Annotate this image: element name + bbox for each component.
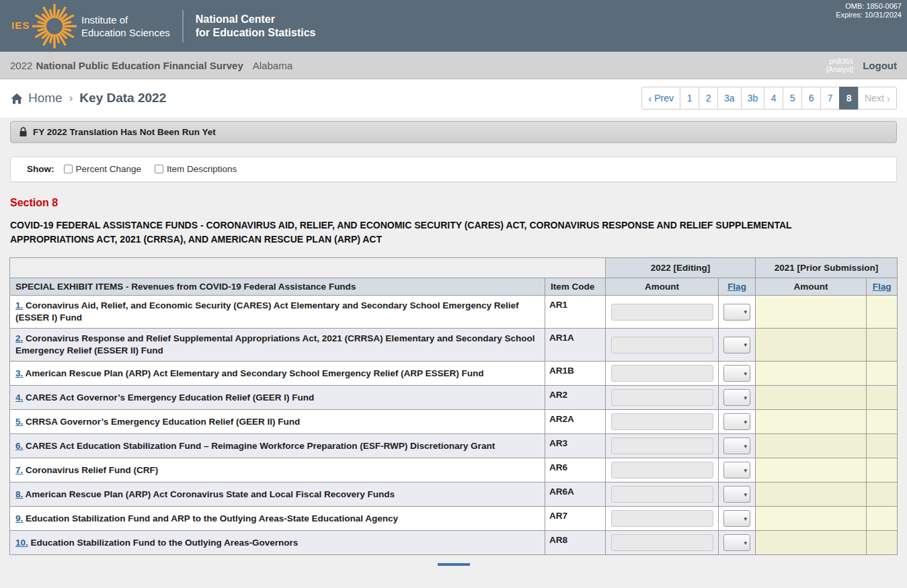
translation-alert: FY 2022 Translation Has Not Been Run Yet — [10, 121, 897, 143]
flag-select-2022[interactable] — [723, 534, 750, 551]
item-number-link[interactable]: 6. — [15, 441, 23, 451]
flag-2022-cell: ▾ — [719, 410, 756, 434]
item-label: CARES Act Governor’s Emergency Education… — [23, 392, 314, 403]
item-code: AR8 — [545, 531, 606, 555]
omb-info: OMB: 1850-0067 Expires: 10/31/2024 — [836, 2, 902, 19]
user-info: phill365 [Analyst] — [826, 57, 853, 73]
table-row: 7. Coronavirus Relief Fund (CRF)AR6▾ — [10, 458, 898, 482]
page-button-7[interactable]: 7 — [820, 87, 840, 110]
page-button-3a[interactable]: 3a — [717, 87, 742, 110]
item-code: AR6A — [545, 482, 606, 507]
flag-select-2022[interactable] — [723, 437, 750, 454]
item-label: Education Stabilization Fund to the Outl… — [28, 538, 299, 548]
flag-select-2022[interactable] — [723, 486, 750, 503]
flag-link-2021[interactable]: Flag — [873, 282, 892, 292]
item-cell: 7. Coronavirus Relief Fund (CRF) — [10, 458, 545, 482]
amount-input-2022[interactable] — [611, 510, 713, 527]
col-header-flag-2022: Flag — [719, 278, 756, 296]
item-number-link[interactable]: 2. — [15, 333, 23, 343]
survey-title: National Public Education Financial Surv… — [36, 60, 243, 71]
table-row: 2. Coronavirus Response and Relief Suppl… — [10, 329, 898, 362]
amount-2021-cell — [756, 434, 867, 458]
group-header-row: 2022 [Editing] 2021 [Prior Submission] — [10, 258, 898, 278]
chevron-left-icon: ‹ — [648, 93, 652, 104]
amount-2022-cell — [606, 531, 719, 555]
breadcrumb-home-link[interactable]: Home — [28, 91, 63, 106]
amount-2021-cell — [756, 386, 867, 410]
flag-2022-cell: ▾ — [719, 531, 756, 555]
amount-input-2022[interactable] — [611, 413, 713, 430]
flag-select-2022[interactable] — [723, 304, 750, 321]
flag-select-2022[interactable] — [723, 510, 750, 527]
institute-name-line1: Institute of — [81, 13, 170, 26]
amount-input-2022[interactable] — [611, 337, 713, 353]
flag-select-wrap: ▾ — [723, 486, 750, 503]
next-label: Next — [865, 93, 884, 103]
amount-input-2022[interactable] — [611, 365, 713, 382]
flag-select-2022[interactable] — [723, 365, 750, 382]
page-button-3b[interactable]: 3b — [741, 87, 765, 110]
item-label: CARES Act Education Stabilization Fund –… — [23, 441, 495, 451]
amount-input-2022[interactable] — [611, 389, 713, 406]
amount-input-2022[interactable] — [611, 462, 713, 478]
table-row: 3. American Rescue Plan (ARP) Act Elemen… — [10, 362, 898, 386]
table-row: 9. Education Stabilization Fund and ARP … — [10, 507, 898, 531]
flag-select-2022[interactable] — [723, 462, 750, 478]
group-header-2022: 2022 [Editing] — [606, 258, 756, 278]
item-label: American Rescue Plan (ARP) Act Coronavir… — [23, 489, 395, 499]
flag-select-wrap: ▾ — [723, 304, 750, 321]
item-number-link[interactable]: 5. — [15, 417, 23, 427]
amount-2022-cell — [606, 386, 719, 410]
item-number-link[interactable]: 1. — [15, 300, 23, 310]
prev-button[interactable]: ‹Prev — [641, 87, 680, 110]
item-code: AR6 — [545, 458, 606, 482]
flag-link-2022[interactable]: Flag — [727, 282, 746, 292]
flag-select-wrap: ▾ — [723, 534, 750, 551]
item-cell: 1. Coronavirus Aid, Relief, and Economic… — [10, 296, 545, 329]
flag-select-2022[interactable] — [723, 413, 750, 430]
ies-logo-text: IES — [11, 19, 30, 31]
amount-input-2022[interactable] — [611, 437, 713, 454]
table-row: 4. CARES Act Governor’s Emergency Educat… — [10, 386, 898, 410]
item-number-link[interactable]: 8. — [15, 489, 23, 499]
percent-change-checkbox[interactable] — [64, 165, 73, 173]
flag-select-2022[interactable] — [723, 337, 750, 353]
group-header-blank — [10, 258, 606, 278]
item-number-link[interactable]: 9. — [15, 513, 23, 523]
page-button-4[interactable]: 4 — [764, 87, 783, 110]
flag-2021-cell — [867, 329, 898, 362]
item-number-link[interactable]: 10. — [15, 538, 28, 548]
survey-state: Alabama — [253, 60, 292, 71]
ies-sunburst-icon — [25, 1, 79, 52]
page-button-6[interactable]: 6 — [801, 87, 821, 110]
amount-input-2022[interactable] — [611, 486, 713, 503]
item-descriptions-checkbox[interactable] — [155, 165, 163, 173]
lock-icon — [19, 127, 28, 137]
next-button[interactable]: Next› — [858, 87, 897, 110]
item-number-link[interactable]: 4. — [15, 392, 23, 403]
item-number-link[interactable]: 3. — [15, 368, 23, 378]
page-button-8[interactable]: 8 — [839, 87, 859, 110]
flag-select-wrap: ▾ — [723, 365, 750, 382]
logout-link[interactable]: Logout — [863, 60, 897, 71]
flag-select-2022[interactable] — [723, 389, 750, 406]
flag-2021-cell — [867, 531, 898, 555]
column-header-row: SPECIAL EXHIBIT ITEMS - Revenues from CO… — [10, 278, 898, 296]
amount-2021-cell — [756, 531, 867, 555]
omb-number: OMB: 1850-0067 — [836, 2, 902, 11]
item-code: AR3 — [545, 434, 606, 458]
amount-input-2022[interactable] — [611, 534, 713, 551]
amount-2021-cell — [756, 410, 867, 434]
item-cell: 5. CRRSA Governor’s Emergency Education … — [10, 410, 545, 434]
item-cell: 9. Education Stabilization Fund and ARP … — [10, 507, 545, 531]
item-number-link[interactable]: 7. — [15, 465, 23, 475]
page-button-1[interactable]: 1 — [680, 87, 699, 110]
item-code: AR1A — [545, 329, 606, 362]
flag-2021-cell — [867, 362, 898, 386]
home-icon[interactable] — [10, 92, 24, 105]
page-button-5[interactable]: 5 — [783, 87, 802, 110]
show-label: Show: — [27, 164, 54, 174]
col-header-items: SPECIAL EXHIBIT ITEMS - Revenues from CO… — [10, 278, 545, 296]
amount-input-2022[interactable] — [611, 304, 713, 321]
page-button-2[interactable]: 2 — [699, 87, 718, 110]
